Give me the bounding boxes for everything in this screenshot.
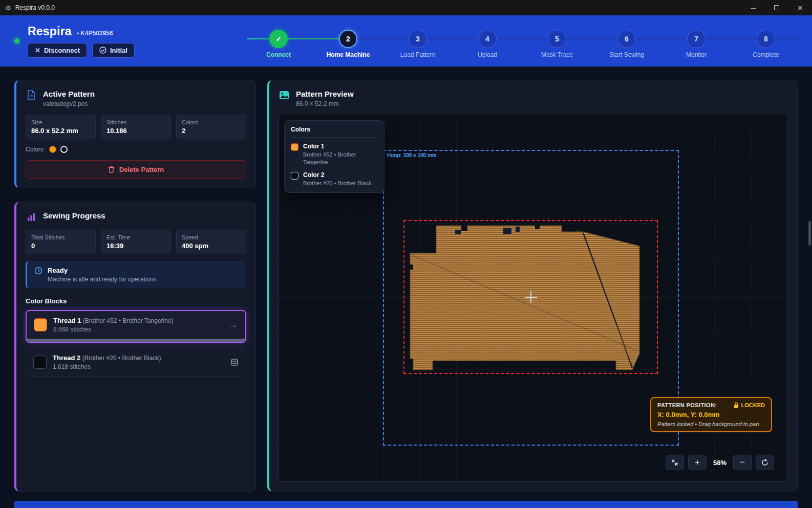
center-crosshair bbox=[525, 291, 537, 303]
header-left: Respira • K4P502956 ✕ Disconnect Initial bbox=[14, 15, 224, 67]
app-header: Respira • K4P502956 ✕ Disconnect Initial bbox=[0, 15, 812, 67]
zoom-out-button[interactable]: − bbox=[733, 455, 752, 470]
check-icon: ✓ bbox=[275, 35, 282, 43]
minimize-button[interactable]: ─ bbox=[741, 0, 765, 15]
stepper-connector bbox=[357, 38, 409, 39]
position-title: PATTERN POSITION: bbox=[657, 402, 717, 408]
scrollbar-thumb[interactable] bbox=[808, 221, 811, 246]
document-icon bbox=[26, 90, 37, 101]
bar-chart-icon bbox=[26, 211, 37, 223]
thread-1-swatch bbox=[34, 318, 47, 332]
step-home-machine[interactable]: 2 Home Machine bbox=[339, 30, 357, 48]
stepper-connector bbox=[636, 38, 687, 39]
zoom-controls: + 58% − bbox=[666, 455, 774, 470]
connection-status-dot bbox=[14, 38, 19, 43]
stat-size: Size 86.0 x 52.2 mm bbox=[26, 115, 96, 139]
window-controls: ─ ✕ bbox=[741, 0, 812, 15]
step-connect[interactable]: ✓ Connect bbox=[269, 30, 288, 48]
step-circle: 7 bbox=[687, 30, 706, 48]
app-name: Respira bbox=[28, 25, 72, 38]
trash-icon bbox=[108, 166, 115, 173]
position-coordinates: X: 0.0mm, Y: 0.0mm bbox=[657, 411, 765, 418]
thread-1-block[interactable]: Thread 1 (Brother #52 • Brother Tangerin… bbox=[26, 310, 246, 343]
image-icon bbox=[279, 90, 290, 101]
step-upload[interactable]: 4 Upload bbox=[478, 30, 497, 48]
pattern-preview-card: Pattern Preview 86.0 × 52.2 mm Hoop: 100… bbox=[267, 80, 798, 492]
footer-bar bbox=[14, 501, 798, 508]
right-column: Pattern Preview 86.0 × 52.2 mm Hoop: 100… bbox=[267, 80, 798, 492]
window-title: Respira v0.0.0 bbox=[15, 4, 55, 11]
zoom-level: 58% bbox=[711, 459, 729, 467]
position-hint: Pattern locked • Drag background to pan bbox=[657, 421, 765, 427]
color-blocks-label: Color Blocks bbox=[26, 297, 246, 305]
pattern-position-panel: PATTERN POSITION: LOCKED X: 0.0mm, Y: 0.… bbox=[650, 397, 772, 432]
hoop-label: Hoop: 100 x 100 mm bbox=[387, 152, 437, 158]
color-item-1[interactable]: Color 1 Brother #52 • Brother Tangerine bbox=[291, 143, 378, 166]
step-circle-done: ✓ bbox=[269, 30, 288, 48]
app-icon: ⚙ bbox=[5, 4, 11, 12]
step-circle: 6 bbox=[617, 30, 636, 48]
thread-1-stitches: 8.568 stitches bbox=[53, 326, 222, 333]
stat-stitches: Stitches 10.186 bbox=[101, 115, 171, 139]
stat-est-time: Est. Time 16:39 bbox=[101, 230, 171, 254]
pattern-dimensions: 86.0 × 52.2 mm bbox=[296, 100, 354, 107]
stat-total-stitches: Total Stitches 0 bbox=[26, 230, 96, 254]
active-pattern-card: Active Pattern valetudogv2.pes Size 86.0… bbox=[14, 80, 256, 188]
step-circle: 8 bbox=[757, 30, 775, 48]
arrow-right-icon: → bbox=[228, 319, 238, 330]
colors-label: Colors: bbox=[26, 146, 45, 153]
preview-canvas[interactable]: Hoop: 100 x 100 mm bbox=[279, 114, 788, 482]
left-column: Active Pattern valetudogv2.pes Size 86.0… bbox=[14, 80, 256, 492]
maximize-icon bbox=[774, 5, 779, 10]
stepper-connector bbox=[566, 38, 617, 39]
zoom-in-button[interactable]: + bbox=[688, 455, 707, 470]
maximize-button[interactable] bbox=[765, 0, 788, 15]
status-title: Ready bbox=[48, 267, 157, 274]
fit-screen-icon bbox=[671, 459, 678, 466]
stepper-connector bbox=[247, 38, 269, 39]
status-description: Machine is idle and ready for operations bbox=[48, 276, 157, 283]
colors-panel: Colors Color 1 Brother #52 • Brother Tan… bbox=[284, 120, 384, 193]
step-circle: 5 bbox=[548, 30, 566, 48]
pattern-preview-title: Pattern Preview bbox=[296, 90, 354, 98]
step-complete[interactable]: 8 Complete bbox=[757, 30, 775, 48]
titlebar: ⚙ Respira v0.0.0 ─ ✕ bbox=[0, 0, 812, 15]
machine-status-banner: Ready Machine is idle and ready for oper… bbox=[26, 261, 246, 288]
zoom-fit-button[interactable] bbox=[666, 455, 684, 470]
stepper-connector bbox=[706, 38, 757, 39]
stat-speed: Speed 400 spm bbox=[176, 230, 246, 254]
close-icon: ✕ bbox=[35, 47, 40, 54]
lock-icon bbox=[734, 402, 739, 408]
color-swatch-black bbox=[60, 146, 68, 153]
clock-icon bbox=[34, 267, 42, 275]
disconnect-button[interactable]: ✕ Disconnect bbox=[28, 43, 87, 58]
refresh-icon bbox=[761, 459, 768, 466]
color-1-swatch bbox=[291, 143, 298, 151]
stepper-connector bbox=[288, 38, 339, 39]
step-circle: 3 bbox=[409, 30, 427, 48]
zoom-reset-button[interactable] bbox=[756, 455, 774, 470]
thread-2-swatch bbox=[33, 356, 47, 369]
stepper-connector bbox=[775, 38, 798, 39]
machine-serial: • K4P502956 bbox=[77, 30, 113, 37]
layers-icon bbox=[230, 358, 239, 366]
step-load-pattern[interactable]: 3 Load Pattern bbox=[409, 30, 427, 48]
step-start-sewing[interactable]: 6 Start Sewing bbox=[617, 30, 636, 48]
sewing-progress-title: Sewing Progress bbox=[43, 211, 105, 220]
initial-button[interactable]: Initial bbox=[92, 43, 135, 58]
step-monitor[interactable]: 7 Monitor bbox=[687, 30, 706, 48]
close-button[interactable]: ✕ bbox=[788, 0, 812, 15]
thread-2-stitches: 1.618 stitches bbox=[53, 363, 224, 370]
step-circle: 4 bbox=[478, 30, 497, 48]
thread-2-block[interactable]: Thread 2 (Brother #20 • Brother Black) 1… bbox=[26, 348, 246, 377]
color-item-2[interactable]: Color 2 Brother #20 • Brother Black bbox=[291, 171, 378, 187]
main-content: Active Pattern valetudogv2.pes Size 86.0… bbox=[0, 67, 812, 501]
stepper-connector bbox=[427, 38, 478, 39]
color-2-swatch bbox=[291, 172, 298, 180]
locked-badge: LOCKED bbox=[734, 402, 765, 408]
step-circle-active: 2 bbox=[339, 30, 357, 48]
colors-panel-title: Colors bbox=[291, 126, 378, 138]
stat-colors: Colors 2 bbox=[176, 115, 246, 139]
step-mask-trace[interactable]: 5 Mask Trace bbox=[548, 30, 566, 48]
delete-pattern-button[interactable]: Delete Pattern bbox=[26, 160, 246, 179]
